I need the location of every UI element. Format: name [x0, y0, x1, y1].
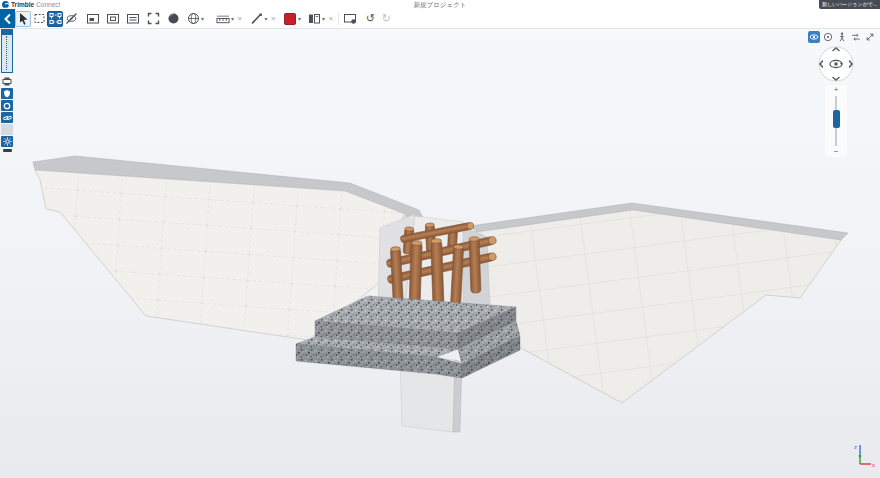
zoom-in-label[interactable]: + [834, 86, 839, 94]
projection-button[interactable] [185, 11, 201, 27]
project-title: 新規プロジェクト [414, 1, 467, 10]
look-around-icon [823, 32, 833, 42]
undo-button[interactable]: ↺ [362, 11, 378, 27]
projection-dropdown[interactable]: ▾ [201, 15, 204, 22]
trimble-logo-icon [2, 1, 9, 8]
views-clear[interactable]: ✕ [328, 15, 333, 23]
view-tools [808, 31, 876, 43]
cursor-icon [17, 12, 29, 25]
left-rail [0, 29, 14, 152]
gear-icon [3, 137, 12, 146]
redo-button[interactable]: ↻ [378, 11, 394, 27]
walk-person-icon [837, 32, 847, 42]
right-wing-wall[interactable] [463, 203, 848, 403]
markup-draw-dropdown[interactable]: ▾ [264, 15, 267, 22]
fly-arrows-icon [851, 32, 861, 42]
protection-button[interactable] [1, 88, 13, 99]
render-mode-button[interactable] [165, 11, 181, 27]
vertical-slider-handle[interactable] [2, 30, 12, 35]
shield-icon [3, 89, 11, 98]
brand-name-light: Connect [36, 1, 60, 8]
link-button[interactable] [1, 112, 13, 123]
redo-icon: ↻ [382, 13, 391, 24]
link-icon [3, 114, 12, 122]
new-version-button[interactable]: 新しいバージョンがで... [819, 0, 880, 9]
ruler-icon [216, 12, 230, 25]
eye-slash-icon [65, 12, 78, 25]
rect-select-active-button[interactable] [47, 11, 63, 27]
fit-to-view-button[interactable] [145, 11, 161, 27]
fly-tool-button[interactable] [850, 31, 862, 43]
printer-icon [2, 77, 12, 86]
nav-wheel[interactable] [816, 44, 856, 84]
markup-draw-clear[interactable]: ✕ [271, 15, 276, 23]
zoom-track[interactable] [835, 96, 837, 146]
axis-triad: z x [848, 442, 876, 474]
zoom-box-icon [86, 12, 100, 25]
zoom-window-button[interactable] [85, 11, 101, 27]
trimble-connect-app: Trimble Connect 新規プロジェクト 新しいバージョンがで... [0, 0, 880, 478]
shaded-sphere-icon [167, 12, 180, 25]
marquee-active-icon [49, 12, 62, 25]
section-box-button[interactable] [125, 11, 141, 27]
collapse-back-button[interactable] [0, 9, 15, 28]
markup-settings-button[interactable] [342, 11, 358, 27]
screen-settings-icon [343, 12, 357, 25]
rail-overflow-indicator[interactable] [3, 149, 12, 152]
z-axis-label: z [854, 444, 857, 450]
model-canvas[interactable] [0, 28, 880, 478]
x-axis-label: x [872, 462, 875, 468]
disabled-slot-button[interactable] [1, 124, 13, 135]
color-swatch-icon [284, 13, 296, 25]
chevron-left-icon [3, 13, 13, 25]
circle-icon [3, 102, 11, 110]
markup-color-dropdown[interactable]: ▾ [298, 15, 301, 22]
markup-color-button[interactable] [282, 11, 298, 27]
wire-sphere-icon [187, 12, 200, 25]
view-box-icon [106, 12, 120, 25]
zoom-slider[interactable]: + − [825, 85, 847, 157]
look-around-tool-button[interactable] [822, 31, 834, 43]
views-dropdown[interactable]: ▾ [322, 15, 325, 22]
main-toolbar: ▾ ▾ ✕ ▾ ✕ ▾ [0, 9, 880, 29]
fit-arrows-icon [147, 12, 160, 25]
measure-dropdown[interactable]: ▾ [231, 15, 234, 22]
vertical-slider[interactable] [1, 29, 13, 73]
print-button[interactable] [1, 76, 13, 87]
vertical-slider-track [6, 36, 7, 70]
fullscreen-tool-button[interactable] [864, 31, 876, 43]
marquee-icon [33, 12, 46, 25]
toolbar-separator [338, 12, 339, 25]
orbit-tool-button[interactable] [808, 31, 820, 43]
reset-view-button[interactable] [105, 11, 121, 27]
walk-tool-button[interactable] [836, 31, 848, 43]
pen-icon [250, 12, 263, 25]
orbit-icon [809, 32, 819, 42]
brand-name-bold: Trimble [11, 1, 34, 8]
fullscreen-icon [865, 32, 875, 42]
section-icon [126, 12, 140, 25]
zoom-out-label[interactable]: − [834, 148, 839, 156]
markup-draw-button[interactable] [248, 11, 264, 27]
topbar: Trimble Connect 新規プロジェクト 新しいバージョンがで... [0, 0, 880, 9]
select-tool-button[interactable] [15, 11, 31, 27]
settings-button[interactable] [1, 136, 13, 147]
ghost-hide-button[interactable] [63, 11, 79, 27]
pages-icon [307, 12, 321, 25]
undo-icon: ↺ [366, 13, 375, 24]
views-button[interactable] [306, 11, 322, 27]
zoom-handle[interactable] [833, 110, 840, 128]
measure-clear[interactable]: ✕ [237, 15, 242, 23]
brand-logo[interactable]: Trimble Connect [2, 0, 60, 9]
measure-tool-button[interactable] [215, 11, 231, 27]
todo-button[interactable] [1, 100, 13, 111]
viewport-3d[interactable]: + − z x [0, 28, 880, 478]
rect-select-button[interactable] [31, 11, 47, 27]
